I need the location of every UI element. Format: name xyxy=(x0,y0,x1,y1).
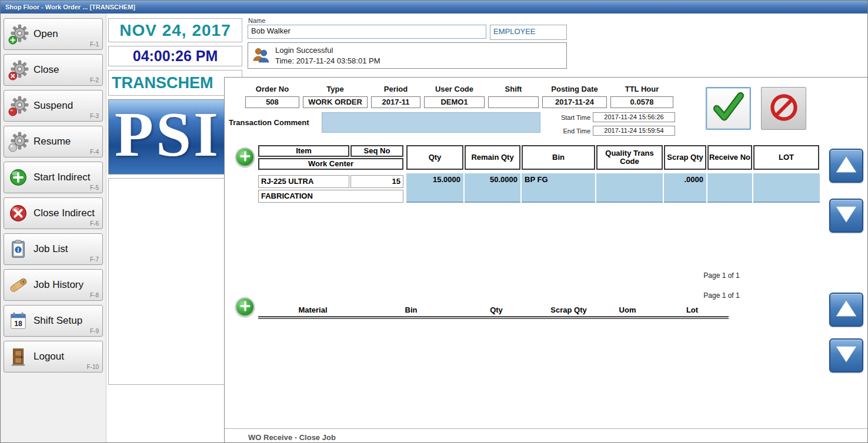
work-order-panel: Order No 508 Type WORK ORDER Period 2017… xyxy=(224,77,868,443)
cell-quality-trans-code[interactable] xyxy=(596,173,663,203)
arrow-up-icon xyxy=(832,294,861,325)
header-qty: Qty xyxy=(406,145,463,170)
green-check-icon xyxy=(708,88,749,129)
header-scrap-qty: Scrap Qty xyxy=(664,145,706,170)
sidebar-item-job-history[interactable]: Job History F-8 xyxy=(4,269,103,301)
fkey-label: F-2 xyxy=(90,77,99,83)
cell-item[interactable]: RJ-225 ULTRA xyxy=(258,175,349,188)
red-slash-icon xyxy=(764,89,804,129)
add-item-row-button[interactable] xyxy=(235,147,255,167)
posting-date-field: Posting Date 2017-11-24 xyxy=(542,85,607,108)
sidebar: Open F-1 Close F-2 Suspend F-3 Resume F-… xyxy=(1,14,106,443)
period-label: Period xyxy=(371,85,420,95)
company-logo: PSI xyxy=(108,99,242,174)
company-text: TRANSCHEM xyxy=(112,74,213,92)
period-value[interactable]: 2017-11 xyxy=(371,96,420,108)
arrow-up-icon xyxy=(832,150,861,182)
fkey-label: F-10 xyxy=(86,364,99,370)
sidebar-item-start-indirect[interactable]: Start Indirect F-5 xyxy=(4,162,103,193)
fkey-label: F-9 xyxy=(90,328,99,334)
login-status-box: Login Successful Time: 2017-11-24 03:58:… xyxy=(248,42,567,69)
sidebar-item-job-list[interactable]: Job List F-7 xyxy=(4,233,103,265)
status-divider xyxy=(225,428,868,429)
user-code-field: User Code DEMO1 xyxy=(424,85,485,108)
cell-receive-no[interactable] xyxy=(707,173,752,203)
cell-seq-no[interactable]: 15 xyxy=(350,175,403,188)
fkey-label: F-3 xyxy=(90,113,99,119)
sidebar-item-open[interactable]: Open F-1 xyxy=(4,18,103,50)
cancel-button[interactable] xyxy=(761,87,806,130)
type-value[interactable]: WORK ORDER xyxy=(303,96,368,108)
window-titlebar[interactable]: Shop Floor - Work Order ... [TRANSCHEM] xyxy=(1,1,868,14)
sidebar-label-suspend: Suspend xyxy=(34,100,95,111)
sidebar-item-suspend[interactable]: Suspend F-3 xyxy=(4,90,103,122)
end-time-label: End Time xyxy=(552,127,590,135)
cell-lot[interactable] xyxy=(753,173,820,203)
arrow-down-icon xyxy=(832,200,861,231)
items-scroll-up-button[interactable] xyxy=(829,149,863,183)
name-input[interactable]: Bob Walker xyxy=(248,25,486,39)
date-text: NOV 24, 2017 xyxy=(119,21,231,40)
gear-close-icon xyxy=(8,59,29,80)
gear-add-icon xyxy=(8,24,29,45)
fkey-label: F-4 xyxy=(90,149,99,155)
sidebar-item-logout[interactable]: Logout F-10 xyxy=(4,341,103,372)
shift-setup-icon: 18 xyxy=(8,310,29,331)
left-blank-panel xyxy=(108,178,242,385)
green-plus-icon xyxy=(239,150,251,165)
header-material-bin: Bin xyxy=(385,306,438,314)
fkey-label: F-5 xyxy=(90,184,99,191)
sidebar-item-close[interactable]: Close F-2 xyxy=(4,54,103,86)
fkey-label: F-1 xyxy=(90,41,99,48)
cell-bin[interactable]: BP FG xyxy=(522,173,595,203)
cell-work-center[interactable]: FABRICATION xyxy=(258,190,403,203)
window-title: Shop Floor - Work Order ... [TRANSCHEM] xyxy=(5,4,135,11)
shift-field: Shift xyxy=(488,85,539,108)
header-item: Item xyxy=(258,145,349,157)
type-field: Type WORK ORDER xyxy=(303,85,368,108)
posting-date-value[interactable]: 2017-11-24 xyxy=(542,96,607,108)
shift-label: Shift xyxy=(488,85,539,95)
login-status-text: Login Successful xyxy=(275,45,380,56)
ttl-hour-field: TTL Hour 0.0578 xyxy=(610,85,673,108)
cell-scrap-qty[interactable]: .0000 xyxy=(664,173,706,203)
materials-scroll-up-button[interactable] xyxy=(829,293,863,327)
employee-type-badge: EMPLOYEE xyxy=(490,25,567,40)
sidebar-label-shift-setup: Shift Setup xyxy=(34,315,95,326)
name-label: Name xyxy=(248,17,265,24)
items-scroll-down-button[interactable] xyxy=(829,199,863,233)
sidebar-item-close-indirect[interactable]: Close Indirect F-6 xyxy=(4,197,103,229)
header-material-lot: Lot xyxy=(669,306,716,314)
end-time-value[interactable]: 2017-11-24 15:59:54 xyxy=(593,126,675,136)
order-no-label: Order No xyxy=(245,85,299,95)
posting-date-label: Posting Date xyxy=(542,85,607,95)
start-time-value[interactable]: 2017-11-24 15:56:26 xyxy=(593,112,675,122)
sidebar-item-resume[interactable]: Resume F-4 xyxy=(4,126,103,157)
materials-header-divider xyxy=(258,316,729,319)
start-time-label: Start Time xyxy=(552,114,590,121)
logo-text: PSI xyxy=(109,100,242,169)
sidebar-item-shift-setup[interactable]: 18 Shift Setup F-9 xyxy=(4,305,103,337)
header-lot: LOT xyxy=(753,145,819,170)
shift-value[interactable] xyxy=(488,96,539,108)
header-work-center: Work Center xyxy=(258,158,403,170)
sidebar-label-logout: Logout xyxy=(34,351,95,362)
close-indirect-icon xyxy=(8,203,29,224)
transaction-comment-input[interactable] xyxy=(322,112,540,133)
ttl-hour-value[interactable]: 0.0578 xyxy=(610,96,673,108)
user-code-value[interactable]: DEMO1 xyxy=(424,96,485,108)
time-text: 04:00:26 PM xyxy=(133,48,218,65)
transaction-comment-label: Transaction Comment xyxy=(229,118,321,127)
materials-scroll-down-button[interactable] xyxy=(829,338,863,372)
cell-qty[interactable]: 15.0000 xyxy=(406,173,463,203)
cell-remain-qty[interactable]: 50.0000 xyxy=(465,173,520,203)
add-material-row-button[interactable] xyxy=(235,297,255,317)
header-receive-no: Receive No xyxy=(707,145,752,170)
order-no-value[interactable]: 508 xyxy=(245,96,299,108)
confirm-button[interactable] xyxy=(706,87,751,130)
header-material-scrap-qty: Scrap Qty xyxy=(539,306,598,314)
user-code-label: User Code xyxy=(424,85,485,95)
header-remain-qty: Remain Qty xyxy=(465,145,520,170)
fkey-label: F-8 xyxy=(90,292,99,298)
app-window: Shop Floor - Work Order ... [TRANSCHEM] … xyxy=(0,0,868,443)
